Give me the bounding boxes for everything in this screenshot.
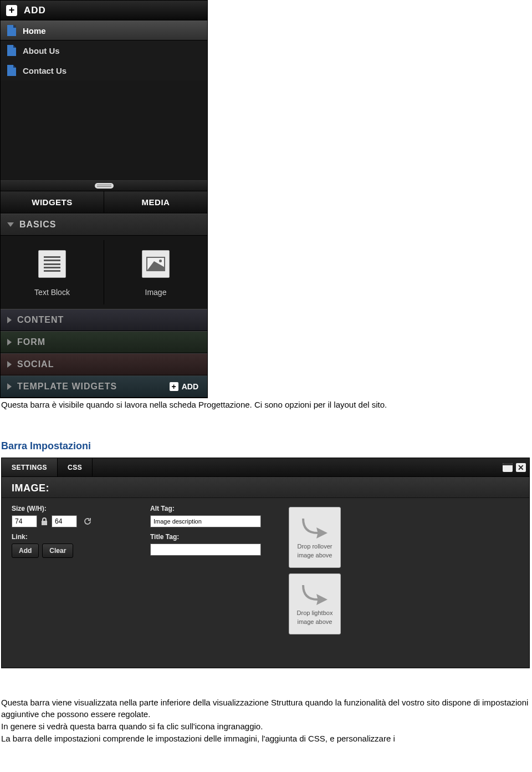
section-form[interactable]: FORM <box>1 331 207 353</box>
column-size-link: Size (W/H): Link: Add Clear <box>12 505 134 634</box>
widget-text-block[interactable]: Text Block <box>1 240 104 304</box>
tab-settings[interactable]: SETTINGS <box>2 458 58 476</box>
section-content[interactable]: CONTENT <box>1 309 207 331</box>
clear-link-button[interactable]: Clear <box>42 544 73 558</box>
title-tag-label: Title Tag: <box>150 533 272 541</box>
section-label: BASICS <box>19 220 56 230</box>
close-icon[interactable]: ✕ <box>516 463 526 472</box>
dropzone-rollover[interactable]: Drop rolloverimage above <box>289 507 341 568</box>
image-icon <box>142 250 170 278</box>
add-label: ADD <box>24 5 46 16</box>
section-template-widgets[interactable]: TEMPLATE WIDGETS + ADD <box>1 375 207 398</box>
drag-handle[interactable] <box>1 180 207 191</box>
section-label: FORM <box>17 337 45 347</box>
page-icon <box>7 65 16 76</box>
sidebar-panel: + ADD Home About Us Contact Us WIDGETS M… <box>0 0 208 398</box>
chevron-right-icon <box>7 317 12 323</box>
page-label: Contact Us <box>23 66 66 75</box>
chevron-right-icon <box>7 339 12 346</box>
widget-tabs: WIDGETS MEDIA <box>1 191 207 214</box>
plus-icon: + <box>6 5 17 16</box>
dropzone-text: Drop lightboximage above <box>297 608 333 627</box>
dropzone-text: Drop rolloverimage above <box>298 542 332 560</box>
chevron-right-icon <box>7 383 12 390</box>
chevron-right-icon <box>7 361 12 368</box>
page-icon <box>7 45 16 56</box>
tab-media[interactable]: MEDIA <box>104 191 207 213</box>
maximize-icon[interactable] <box>503 463 513 472</box>
curved-arrow-icon <box>301 582 329 605</box>
section-basics[interactable]: BASICS <box>1 214 207 236</box>
column-tags: Alt Tag: Title Tag: <box>150 505 272 634</box>
dropzone-lightbox[interactable]: Drop lightboximage above <box>289 573 341 634</box>
grip-icon <box>95 183 114 189</box>
tab-widgets[interactable]: WIDGETS <box>1 191 104 213</box>
page-item-contact[interactable]: Contact Us <box>1 60 207 80</box>
plus-icon: + <box>170 382 178 391</box>
text-block-icon <box>38 250 66 278</box>
paragraph-1: Questa barra è visibile quando si lavora… <box>0 398 532 410</box>
basics-widgets: Text Block Image <box>1 236 207 309</box>
section-social[interactable]: SOCIAL <box>1 353 207 375</box>
widget-image[interactable]: Image <box>104 240 207 304</box>
panel-title: IMAGE: <box>2 477 529 498</box>
page-item-about[interactable]: About Us <box>1 40 207 60</box>
paragraph-2: Questa barra viene visualizzata nella pa… <box>0 669 532 744</box>
page-label: Home <box>23 26 46 35</box>
chevron-down-icon <box>7 222 14 227</box>
page-item-home[interactable]: Home <box>1 21 207 40</box>
tab-css[interactable]: CSS <box>58 458 93 476</box>
section-label: TEMPLATE WIDGETS <box>17 382 117 392</box>
curved-arrow-icon <box>301 515 329 539</box>
page-label: About Us <box>23 46 60 55</box>
section-label: CONTENT <box>17 315 64 325</box>
column-dropzones: Drop rolloverimage above Drop lightboxim… <box>289 505 341 634</box>
widget-label: Text Block <box>34 288 70 297</box>
size-label: Size (W/H): <box>12 505 134 512</box>
settings-tab-row: SETTINGS CSS ✕ <box>2 458 529 477</box>
page-list: Home About Us Contact Us <box>1 21 207 80</box>
widget-label: Image <box>145 288 167 297</box>
link-label: Link: <box>12 533 134 541</box>
width-input[interactable] <box>12 515 37 527</box>
add-page-header[interactable]: + ADD <box>1 1 207 21</box>
height-input[interactable] <box>52 515 77 527</box>
settings-panel: SETTINGS CSS ✕ IMAGE: Size (W/H): Link: … <box>1 458 530 668</box>
settings-body: Size (W/H): Link: Add Clear Alt Tag: Tit… <box>2 498 529 668</box>
section-label: SOCIAL <box>17 359 54 369</box>
title-tag-input[interactable] <box>150 544 261 556</box>
alt-tag-input[interactable] <box>150 515 261 527</box>
add-link-button[interactable]: Add <box>12 544 39 558</box>
add-label: ADD <box>182 382 198 391</box>
lock-icon[interactable] <box>40 517 48 526</box>
page-icon <box>7 25 16 36</box>
add-template-widget[interactable]: + ADD <box>170 382 198 391</box>
heading-barra-impostazioni: Barra Impostazioni <box>0 412 532 456</box>
alt-tag-label: Alt Tag: <box>150 505 272 512</box>
empty-space <box>1 80 207 180</box>
refresh-icon[interactable] <box>83 516 93 526</box>
